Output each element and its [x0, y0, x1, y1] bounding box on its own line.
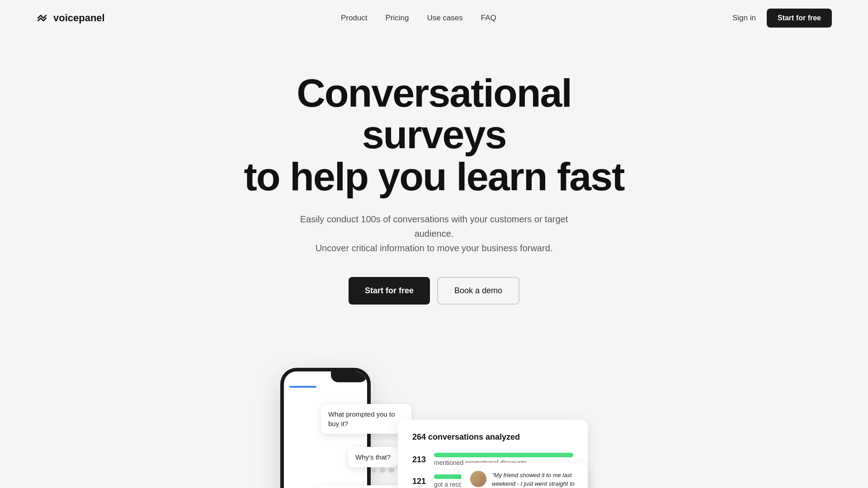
hero-title: Conversational surveys to help you learn… [231, 72, 637, 197]
hero-section: Conversational surveys to help you learn… [0, 36, 868, 323]
hero-buttons: Start for free Book a demo [9, 277, 859, 305]
quote-card: "My friend showed it to me last weekend … [461, 463, 588, 488]
phone-progress-bar [289, 386, 316, 388]
quote-avatar [470, 471, 486, 487]
logo-text: voicepanel [53, 12, 105, 24]
nav-use-cases[interactable]: Use cases [427, 14, 462, 23]
chat-bubble-3: Did you consider any alternatives? [316, 485, 407, 488]
logo-icon [36, 12, 49, 24]
analytics-wrapper: 264 conversations analyzed 213 mentioned… [398, 420, 588, 488]
chat-bubble-2: Why's that? [348, 447, 398, 467]
nav-faq[interactable]: FAQ [481, 14, 496, 23]
quote-content: "My friend showed it to me last weekend … [470, 471, 579, 488]
dot-1[interactable] [371, 467, 376, 473]
phone-mockup: What prompted you to buy it? Why's that?… [280, 368, 371, 488]
hero-subtitle: Easily conduct 100s of conversations wit… [289, 212, 579, 255]
nav-links: Product Pricing Use cases FAQ [341, 14, 496, 23]
phone-notch [331, 371, 367, 382]
nav-product[interactable]: Product [341, 14, 368, 23]
nav-pricing[interactable]: Pricing [385, 14, 409, 23]
dot-3[interactable] [389, 467, 394, 473]
nav-right: Sign in Start for free [732, 9, 832, 28]
analytics-num-1: 213 [412, 455, 429, 465]
phone-inner [284, 382, 367, 395]
navbar: voicepanel Product Pricing Use cases FAQ… [0, 0, 868, 36]
quote-text: "My friend showed it to me last weekend … [492, 471, 579, 488]
book-demo-button[interactable]: Book a demo [437, 277, 519, 305]
analytics-bar-1 [434, 453, 573, 457]
logo[interactable]: voicepanel [36, 12, 105, 24]
start-free-nav-button[interactable]: Start for free [767, 9, 832, 28]
analytics-title: 264 conversations analyzed [412, 432, 573, 442]
start-free-hero-button[interactable]: Start for free [349, 277, 430, 305]
analytics-num-2: 121 [412, 477, 429, 486]
demo-section: What prompted you to buy it? Why's that?… [0, 323, 868, 488]
sign-in-button[interactable]: Sign in [732, 14, 756, 23]
dot-2[interactable] [380, 467, 385, 473]
